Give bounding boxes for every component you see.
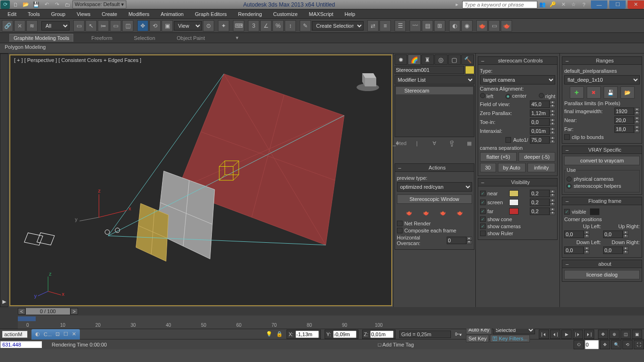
float-toggle[interactable]: – xyxy=(564,198,570,204)
goto-end-icon[interactable]: ⏵| xyxy=(584,330,594,339)
auto-check[interactable] xyxy=(505,137,511,143)
app-icon[interactable]: ⟳ xyxy=(0,0,10,9)
x-input[interactable] xyxy=(295,331,319,338)
script-result[interactable] xyxy=(0,341,42,348)
cams-check[interactable]: ✓ xyxy=(480,223,486,229)
layers-icon[interactable]: ☰ xyxy=(395,20,406,31)
task-restore-icon[interactable]: ⊡ xyxy=(55,331,60,337)
nav-walk-icon[interactable]: 🔍 xyxy=(611,340,621,349)
setkey-button[interactable]: Set Key xyxy=(466,335,489,342)
fav-icon[interactable]: ☆ xyxy=(569,0,578,9)
keymode-icon[interactable]: ⌨ xyxy=(233,20,244,31)
menu-grapheditors[interactable]: Graph Editors xyxy=(189,10,233,18)
nav-orbit-icon[interactable]: ✥ xyxy=(600,340,610,349)
cone-check[interactable]: ✓ xyxy=(480,216,486,222)
dl-spinner[interactable] xyxy=(564,246,584,254)
redo-icon[interactable]: ↷ xyxy=(52,0,62,9)
menu-group[interactable]: Group xyxy=(46,10,71,18)
rotate-icon[interactable]: ⟲ xyxy=(149,20,161,31)
y-input[interactable] xyxy=(333,331,357,338)
far-color[interactable] xyxy=(509,208,519,215)
tab-objectpaint[interactable]: Object Paint xyxy=(173,34,209,42)
menu-edit[interactable]: Edit xyxy=(2,10,22,18)
spinnersnap-icon[interactable]: ↕ xyxy=(285,20,296,31)
mirror-icon[interactable]: ⇄ xyxy=(367,20,379,31)
snap3-icon[interactable]: 3 xyxy=(248,20,259,31)
panel-util-icon[interactable]: 🔨 xyxy=(461,54,474,65)
keyfilters-button[interactable]: ⚿ Key Filters... xyxy=(490,335,530,342)
time-ruler[interactable]: 0 10 20 30 40 50 60 70 80 90 100 xyxy=(18,316,644,329)
bind-icon[interactable]: ≋ xyxy=(26,20,38,31)
timeconfig-icon[interactable]: ⏲ xyxy=(574,340,584,349)
task-close-icon[interactable]: ✕ xyxy=(72,331,76,337)
time-next-button[interactable]: > xyxy=(70,308,78,315)
isolate-icon[interactable]: 💡 xyxy=(266,331,272,337)
toe-spinner[interactable] xyxy=(530,118,550,126)
mateditor-icon[interactable]: ◉ xyxy=(461,20,473,31)
hoverscan-spinner[interactable] xyxy=(447,237,466,244)
vis-toggle[interactable]: – xyxy=(480,179,486,185)
near-color[interactable] xyxy=(509,190,519,197)
nav-fov-icon[interactable]: ◫ xyxy=(621,330,631,339)
vray-toggle[interactable]: – xyxy=(564,147,570,153)
align-right-radio[interactable] xyxy=(539,93,544,98)
byauto-button[interactable]: by Auto xyxy=(498,163,526,172)
align-icon[interactable]: ≡ xyxy=(380,20,391,31)
project-icon[interactable]: 🗀 xyxy=(62,0,72,9)
infinity-button[interactable]: infinity xyxy=(528,163,555,172)
search-prev-icon[interactable]: ▸ xyxy=(452,0,462,9)
object-name-input[interactable] xyxy=(395,66,464,74)
goto-start-icon[interactable]: |⏴ xyxy=(539,330,549,339)
help-icon[interactable]: ? xyxy=(579,0,589,9)
vrayconvert-button[interactable]: convert to vraycam xyxy=(564,156,640,165)
ribbon-subpanel[interactable]: Polygon Modeling xyxy=(0,43,644,54)
unlink-icon[interactable]: ⤫ xyxy=(14,20,25,31)
save-icon[interactable]: 💾 xyxy=(31,0,41,9)
far-spinner[interactable] xyxy=(530,208,550,215)
ia-spinner[interactable] xyxy=(530,127,550,135)
add-preset-button[interactable]: ✚ xyxy=(570,86,584,99)
nav-zoomall-icon[interactable]: ▣ xyxy=(632,330,642,339)
near-check[interactable]: ✓ xyxy=(480,191,486,196)
dopesheet-icon[interactable]: ▤ xyxy=(422,20,433,31)
panel-hierarchy-icon[interactable]: ♜ xyxy=(421,54,434,65)
task-tab[interactable]: ◐ C... ⊡ ☐ ✕ xyxy=(31,329,80,339)
align-left-radio[interactable] xyxy=(480,93,485,98)
new-icon[interactable]: 🗋 xyxy=(11,0,20,9)
flatter-button[interactable]: flatter (+5) xyxy=(480,152,517,162)
timetag-button[interactable]: □ Add Time Tag xyxy=(378,342,414,347)
helpers-radio[interactable] xyxy=(566,184,572,189)
screen-color[interactable] xyxy=(509,199,519,206)
load-preset-button[interactable]: 📂 xyxy=(621,86,635,99)
ruler-check[interactable] xyxy=(480,231,486,236)
pin-stack-icon[interactable]: ⎯�ted xyxy=(396,139,404,147)
panel-create-icon[interactable]: ✸ xyxy=(395,54,407,65)
schematic-icon[interactable]: ⊞ xyxy=(434,20,445,31)
clip-check[interactable] xyxy=(564,134,570,140)
open-icon[interactable]: 📂 xyxy=(21,0,31,9)
tab-selection[interactable]: Selection xyxy=(130,34,159,42)
renderframe-icon[interactable]: ▭ xyxy=(489,20,500,31)
modifier-stack[interactable]: Stereocam xyxy=(395,85,474,137)
lock-icon[interactable]: 🔒 xyxy=(276,331,283,337)
ranges-toggle[interactable]: – xyxy=(564,58,570,63)
teapot-grey-icon[interactable]: 🫖 xyxy=(402,207,416,219)
rendersetup-icon[interactable]: 🫖 xyxy=(476,20,488,31)
scale-icon[interactable]: ▣ xyxy=(162,20,173,31)
align-center-radio[interactable] xyxy=(505,94,511,99)
pivot-icon[interactable]: ⊙ xyxy=(203,20,214,31)
z-input[interactable] xyxy=(370,331,394,338)
select-region-icon[interactable]: ▭ xyxy=(110,20,121,31)
unique-icon[interactable]: ∀ xyxy=(430,139,439,147)
nav-pan-icon[interactable]: ✥ xyxy=(598,330,608,339)
close-button[interactable]: ✕ xyxy=(628,0,644,9)
auto-spinner[interactable] xyxy=(530,136,550,144)
menu-animation[interactable]: Animation xyxy=(155,10,189,18)
undo-icon[interactable]: ↶ xyxy=(42,0,51,9)
viewport-perspective[interactable]: [ + ] [ Perspective ] [ Consistent Color… xyxy=(9,54,392,306)
time-slider-thumb[interactable]: 0 / 100 xyxy=(25,308,70,315)
curframe-input[interactable] xyxy=(585,340,599,349)
panel-motion-icon[interactable]: ◎ xyxy=(435,54,447,65)
fov-spinner[interactable] xyxy=(530,100,550,108)
far-check[interactable]: ✓ xyxy=(480,208,486,214)
